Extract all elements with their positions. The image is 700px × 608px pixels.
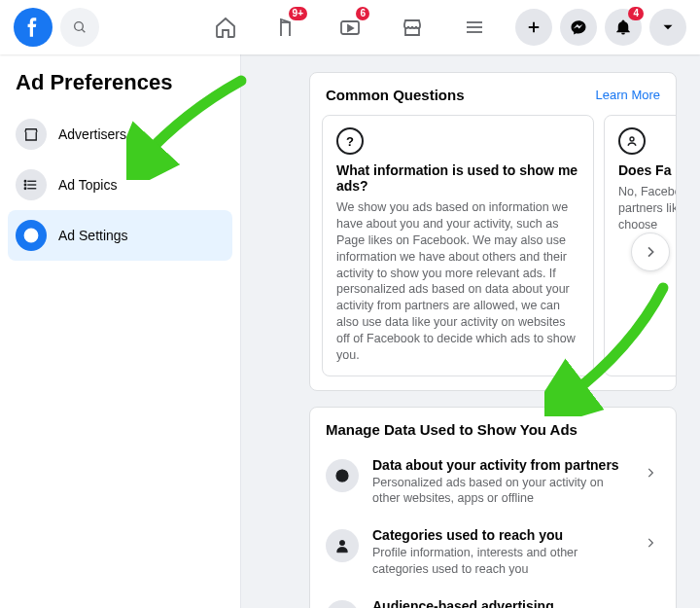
question-mark-icon: ? xyxy=(336,127,364,155)
sidebar: Ad Preferences Advertisers Ad Topics Ad … xyxy=(0,54,241,608)
right-icon-tray: 4 xyxy=(515,9,686,46)
watch-tab[interactable]: 6 xyxy=(323,3,377,52)
row-audience-based[interactable]: Audience-based advertising Advertisers u… xyxy=(310,589,676,608)
notifications-badge: 4 xyxy=(628,7,644,20)
pages-tab[interactable]: 9+ xyxy=(261,3,315,52)
chevron-right-icon xyxy=(641,533,660,553)
row-categories[interactable]: Categories used to reach you Profile inf… xyxy=(310,518,676,589)
search-button[interactable] xyxy=(60,8,99,47)
svg-point-12 xyxy=(24,184,26,186)
svg-point-0 xyxy=(75,22,84,31)
svg-point-11 xyxy=(24,181,26,183)
sidebar-item-label: Ad Settings xyxy=(58,228,128,243)
question-card-1[interactable]: ? What information is used to show me ad… xyxy=(322,115,594,376)
chevron-right-icon xyxy=(641,463,660,483)
section-heading: Manage Data Used to Show You Ads xyxy=(310,408,676,447)
page-title: Ad Preferences xyxy=(16,70,225,95)
carousel-next-button[interactable] xyxy=(631,232,670,271)
row-title: Categories used to reach you xyxy=(372,527,627,543)
account-menu-button[interactable] xyxy=(649,9,686,46)
common-questions-card: Common Questions Learn More ? What infor… xyxy=(309,72,677,391)
row-subtitle: Personalized ads based on your activity … xyxy=(372,475,627,507)
top-nav: 9+ 6 4 xyxy=(0,0,700,54)
svg-point-16 xyxy=(630,137,634,141)
learn-more-link[interactable]: Learn More xyxy=(596,88,660,102)
center-nav: 9+ 6 xyxy=(198,3,502,52)
sidebar-item-label: Advertisers xyxy=(58,126,126,142)
briefcase-icon xyxy=(326,600,359,608)
svg-point-15 xyxy=(29,232,34,236)
sidebar-item-advertisers[interactable]: Advertisers xyxy=(8,109,232,160)
pages-badge: 9+ xyxy=(289,7,307,20)
svg-point-13 xyxy=(24,188,26,190)
person-icon xyxy=(326,529,359,562)
row-activity-from-partners[interactable]: Data about your activity from partners P… xyxy=(310,447,676,519)
sidebar-item-label: Ad Topics xyxy=(58,177,117,193)
person-circle-icon xyxy=(618,127,646,155)
globe-icon xyxy=(326,459,359,492)
row-subtitle: Profile information, interests and other… xyxy=(372,545,627,577)
question-body: No, Facebook partners like you choose xyxy=(618,184,676,233)
watch-badge: 6 xyxy=(356,7,369,20)
menu-tab[interactable] xyxy=(447,3,502,52)
messenger-button[interactable] xyxy=(560,9,597,46)
list-icon xyxy=(16,169,47,200)
svg-point-18 xyxy=(339,541,344,546)
marketplace-tab[interactable] xyxy=(385,3,439,52)
row-title: Data about your activity from partners xyxy=(372,457,627,473)
svg-line-1 xyxy=(82,29,85,32)
home-tab[interactable] xyxy=(198,3,253,52)
row-title: Audience-based advertising xyxy=(372,598,627,608)
create-button[interactable] xyxy=(515,9,552,46)
profile-circle-icon xyxy=(16,220,47,251)
storefront-icon xyxy=(16,119,47,150)
manage-data-card: Manage Data Used to Show You Ads Data ab… xyxy=(309,407,677,608)
question-body: We show you ads based on information we … xyxy=(336,199,579,364)
sidebar-item-ad-settings[interactable]: Ad Settings xyxy=(8,210,232,261)
sidebar-item-ad-topics[interactable]: Ad Topics xyxy=(8,160,232,210)
question-title: Does Fa xyxy=(618,162,676,178)
section-heading: Common Questions xyxy=(326,87,465,103)
notifications-button[interactable]: 4 xyxy=(605,9,642,46)
facebook-logo[interactable] xyxy=(14,8,52,47)
main-content: Common Questions Learn More ? What infor… xyxy=(241,54,700,608)
chevron-right-icon xyxy=(641,604,660,608)
question-title: What information is used to show me ads? xyxy=(336,162,579,194)
